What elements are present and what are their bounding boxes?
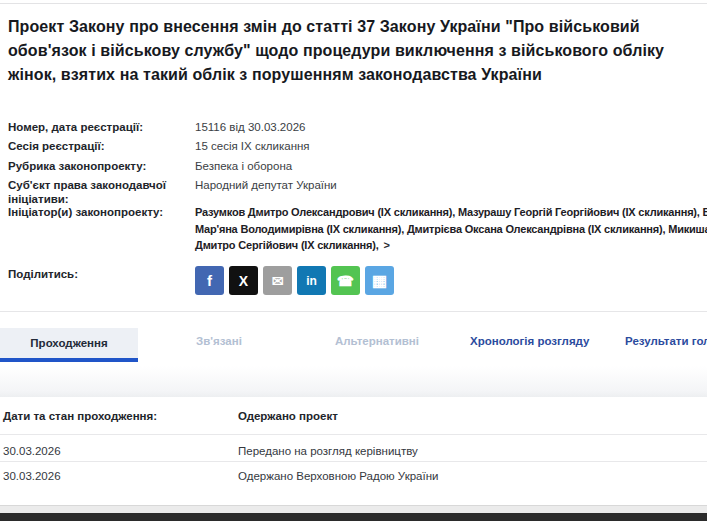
initiators-line-text[interactable]: Дмитро Сергійович (ІХ скликання), (195, 239, 379, 251)
qr-code-icon[interactable]: ▦ (365, 266, 394, 295)
meta-row-session: Сесія реєстрації: 15 сесія ІХ скликання (8, 140, 707, 158)
initiators-list: Разумков Дмитро Олександрович (ІХ склика… (195, 204, 707, 254)
table-row-date: 30.03.2026 (3, 445, 61, 457)
initiators-line[interactable]: Разумков Дмитро Олександрович (ІХ склика… (195, 204, 707, 221)
top-divider (0, 3, 707, 4)
page-title: Проект Закону про внесення змін до статт… (8, 15, 664, 87)
meta-row-rubric: Рубрика законопроекту: Безпека і оборона (8, 160, 707, 178)
tab-zviazani[interactable]: Зв'язані (196, 335, 242, 347)
meta-value-rubric: Безпека і оборона (195, 160, 292, 172)
table-row-status: Одержано Верховною Радою України (238, 470, 438, 482)
initiators-line[interactable]: Мар'яна Володимирівна (ІХ скликання), Дм… (195, 221, 707, 238)
meta-row-subject: Суб'єкт права законодавчої ініціативи: Н… (8, 179, 707, 197)
page-title-line: Проект Закону про внесення змін до статт… (8, 15, 664, 39)
active-tab-underline (0, 358, 138, 362)
meta-label-initiators: Ініціатор(и) законопроекту: (8, 206, 188, 220)
bottom-dark-bar (0, 513, 707, 521)
meta-row-registration: Номер, дата реєстрації: 15116 від 30.03.… (8, 121, 707, 139)
share-label: Поділитись: (8, 268, 78, 280)
expand-initiators-chevron-icon[interactable]: > (384, 237, 390, 254)
table-row-divider (0, 461, 707, 462)
tab-prohodzhennia[interactable]: Проходження (0, 328, 138, 358)
meta-label-registration: Номер, дата реєстрації: (8, 121, 188, 135)
page-title-line: жінок, взятих на такий облік з порушення… (8, 63, 664, 87)
meta-value-registration: 15116 від 30.03.2026 (195, 121, 305, 133)
table-row-date: 30.03.2026 (3, 470, 61, 482)
page-title-line: обов'язок і військову службу" щодо проце… (8, 39, 664, 63)
meta-label-rubric: Рубрика законопроекту: (8, 160, 188, 174)
meta-label-subject: Суб'єкт права законодавчої ініціативи: (8, 179, 188, 206)
table-header-current-status: Одержано проект (238, 410, 338, 422)
table-header-dates: Дати та стан проходження: (3, 410, 157, 422)
facebook-icon[interactable]: f (195, 266, 224, 295)
meta-value-session: 15 сесія ІХ скликання (195, 140, 310, 152)
tab-rezultaty-holosuvannia[interactable]: Результати голосування (625, 335, 707, 347)
meta-value-subject: Народний депутат України (195, 179, 337, 191)
table-row-status: Передано на розгляд керівництву (238, 445, 418, 457)
table-row-divider (0, 434, 707, 435)
tab-khronolohiia-rozghliadu[interactable]: Хронологія розгляду (470, 335, 589, 347)
whatsapp-icon[interactable]: ☎ (331, 266, 360, 295)
share-buttons: f X ✉ in ☎ ▦ (195, 266, 394, 295)
tab-content-top-band (0, 366, 707, 397)
x-twitter-icon[interactable]: X (229, 266, 258, 295)
tab-alternatyvni[interactable]: Альтернативні (335, 335, 419, 347)
linkedin-icon[interactable]: in (297, 266, 326, 295)
email-icon[interactable]: ✉ (263, 266, 292, 295)
initiators-line[interactable]: Дмитро Сергійович (ІХ скликання),> (195, 237, 707, 254)
tabs-top-divider (0, 311, 707, 312)
meta-label-session: Сесія реєстрації: (8, 140, 188, 154)
